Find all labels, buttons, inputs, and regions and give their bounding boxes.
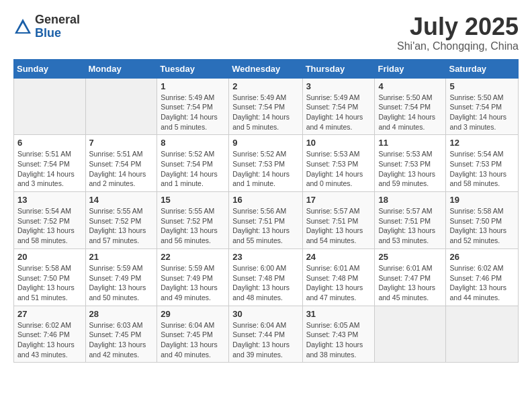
calendar-cell: 17Sunrise: 5:57 AM Sunset: 7:51 PM Dayli… — [302, 192, 375, 249]
calendar-cell: 18Sunrise: 5:57 AM Sunset: 7:51 PM Dayli… — [375, 192, 446, 249]
calendar-week-row: 20Sunrise: 5:58 AM Sunset: 7:50 PM Dayli… — [14, 248, 519, 306]
day-number: 18 — [378, 195, 442, 205]
day-info: Sunrise: 5:53 AM Sunset: 7:53 PM Dayligh… — [378, 149, 442, 189]
calendar-week-row: 13Sunrise: 5:54 AM Sunset: 7:52 PM Dayli… — [14, 192, 519, 249]
day-info: Sunrise: 5:52 AM Sunset: 7:53 PM Dayligh… — [232, 149, 298, 189]
day-number: 26 — [449, 252, 515, 262]
day-info: Sunrise: 5:52 AM Sunset: 7:54 PM Dayligh… — [161, 149, 225, 189]
calendar-cell: 5Sunrise: 5:50 AM Sunset: 7:54 PM Daylig… — [446, 78, 519, 135]
calendar-cell: 9Sunrise: 5:52 AM Sunset: 7:53 PM Daylig… — [229, 135, 302, 192]
calendar-cell: 31Sunrise: 6:05 AM Sunset: 7:43 PM Dayli… — [302, 306, 375, 363]
day-number: 24 — [306, 252, 371, 262]
day-info: Sunrise: 5:54 AM Sunset: 7:52 PM Dayligh… — [17, 206, 82, 246]
day-info: Sunrise: 5:53 AM Sunset: 7:53 PM Dayligh… — [306, 149, 371, 189]
day-number: 16 — [232, 195, 298, 205]
day-number: 12 — [449, 138, 515, 148]
calendar-cell: 21Sunrise: 5:59 AM Sunset: 7:49 PM Dayli… — [85, 248, 157, 306]
day-number: 1 — [161, 81, 225, 91]
calendar-cell: 10Sunrise: 5:53 AM Sunset: 7:53 PM Dayli… — [302, 135, 375, 192]
day-info: Sunrise: 5:56 AM Sunset: 7:51 PM Dayligh… — [232, 206, 298, 246]
month-year-title: July 2025 — [397, 13, 519, 40]
calendar-cell: 4Sunrise: 5:50 AM Sunset: 7:54 PM Daylig… — [375, 78, 446, 135]
calendar-cell: 23Sunrise: 6:00 AM Sunset: 7:48 PM Dayli… — [229, 248, 302, 306]
location-subtitle: Shi'an, Chongqing, China — [397, 40, 519, 52]
calendar-cell: 13Sunrise: 5:54 AM Sunset: 7:52 PM Dayli… — [14, 192, 86, 249]
day-number: 21 — [89, 252, 154, 262]
day-number: 28 — [89, 309, 154, 319]
day-info: Sunrise: 5:49 AM Sunset: 7:54 PM Dayligh… — [232, 93, 298, 132]
calendar-day-header: Wednesday — [229, 59, 302, 78]
calendar-cell: 15Sunrise: 5:55 AM Sunset: 7:52 PM Dayli… — [157, 192, 229, 249]
calendar-day-header: Tuesday — [157, 59, 229, 78]
calendar-cell — [375, 306, 446, 363]
day-number: 10 — [306, 138, 371, 148]
calendar-day-header: Saturday — [446, 59, 519, 78]
day-number: 23 — [232, 252, 298, 262]
calendar-cell: 24Sunrise: 6:01 AM Sunset: 7:48 PM Dayli… — [302, 248, 375, 306]
calendar-day-header: Monday — [85, 59, 157, 78]
day-info: Sunrise: 6:00 AM Sunset: 7:48 PM Dayligh… — [232, 263, 298, 303]
day-info: Sunrise: 5:58 AM Sunset: 7:50 PM Dayligh… — [17, 263, 82, 303]
calendar-cell: 11Sunrise: 5:53 AM Sunset: 7:53 PM Dayli… — [375, 135, 446, 192]
logo-blue-text: Blue — [35, 27, 80, 40]
day-info: Sunrise: 6:02 AM Sunset: 7:46 PM Dayligh… — [17, 320, 82, 360]
day-info: Sunrise: 6:03 AM Sunset: 7:45 PM Dayligh… — [89, 320, 154, 360]
calendar-day-header: Thursday — [302, 59, 375, 78]
logo: General Blue — [13, 13, 80, 40]
calendar-cell: 27Sunrise: 6:02 AM Sunset: 7:46 PM Dayli… — [14, 306, 86, 363]
day-number: 2 — [232, 81, 298, 91]
calendar-cell: 20Sunrise: 5:58 AM Sunset: 7:50 PM Dayli… — [14, 248, 86, 306]
day-info: Sunrise: 6:04 AM Sunset: 7:44 PM Dayligh… — [232, 320, 298, 360]
day-info: Sunrise: 5:55 AM Sunset: 7:52 PM Dayligh… — [161, 206, 225, 246]
calendar-week-row: 6Sunrise: 5:51 AM Sunset: 7:54 PM Daylig… — [14, 135, 519, 192]
calendar-day-header: Sunday — [14, 59, 86, 78]
calendar-cell: 1Sunrise: 5:49 AM Sunset: 7:54 PM Daylig… — [157, 78, 229, 135]
day-info: Sunrise: 5:59 AM Sunset: 7:49 PM Dayligh… — [89, 263, 154, 303]
day-number: 29 — [161, 309, 225, 319]
calendar-cell: 28Sunrise: 6:03 AM Sunset: 7:45 PM Dayli… — [85, 306, 157, 363]
day-info: Sunrise: 5:54 AM Sunset: 7:53 PM Dayligh… — [449, 149, 515, 189]
calendar-cell — [14, 78, 86, 135]
day-info: Sunrise: 5:55 AM Sunset: 7:52 PM Dayligh… — [89, 206, 154, 246]
calendar-cell: 14Sunrise: 5:55 AM Sunset: 7:52 PM Dayli… — [85, 192, 157, 249]
calendar-cell: 16Sunrise: 5:56 AM Sunset: 7:51 PM Dayli… — [229, 192, 302, 249]
day-number: 6 — [17, 138, 82, 148]
calendar-cell: 7Sunrise: 5:51 AM Sunset: 7:54 PM Daylig… — [85, 135, 157, 192]
day-info: Sunrise: 6:04 AM Sunset: 7:45 PM Dayligh… — [161, 320, 225, 360]
calendar-cell — [446, 306, 519, 363]
day-number: 13 — [17, 195, 82, 205]
day-number: 9 — [232, 138, 298, 148]
day-number: 31 — [306, 309, 371, 319]
day-info: Sunrise: 5:50 AM Sunset: 7:54 PM Dayligh… — [378, 93, 442, 132]
day-number: 15 — [161, 195, 225, 205]
day-info: Sunrise: 5:50 AM Sunset: 7:54 PM Dayligh… — [449, 93, 515, 132]
logo-general-text: General — [35, 13, 80, 27]
calendar-cell: 22Sunrise: 5:59 AM Sunset: 7:49 PM Dayli… — [157, 248, 229, 306]
day-number: 3 — [306, 81, 371, 91]
day-info: Sunrise: 5:49 AM Sunset: 7:54 PM Dayligh… — [306, 93, 371, 132]
day-info: Sunrise: 6:05 AM Sunset: 7:43 PM Dayligh… — [306, 320, 371, 360]
day-info: Sunrise: 5:57 AM Sunset: 7:51 PM Dayligh… — [378, 206, 442, 246]
day-number: 27 — [17, 309, 82, 319]
day-number: 30 — [232, 309, 298, 319]
calendar-cell: 30Sunrise: 6:04 AM Sunset: 7:44 PM Dayli… — [229, 306, 302, 363]
day-number: 25 — [378, 252, 442, 262]
calendar-cell — [85, 78, 157, 135]
day-info: Sunrise: 5:59 AM Sunset: 7:49 PM Dayligh… — [161, 263, 225, 303]
calendar-cell: 6Sunrise: 5:51 AM Sunset: 7:54 PM Daylig… — [14, 135, 86, 192]
day-number: 22 — [161, 252, 225, 262]
day-number: 4 — [378, 81, 442, 91]
day-number: 19 — [449, 195, 515, 205]
calendar-cell: 12Sunrise: 5:54 AM Sunset: 7:53 PM Dayli… — [446, 135, 519, 192]
day-number: 20 — [17, 252, 82, 262]
day-number: 5 — [449, 81, 515, 91]
day-info: Sunrise: 6:01 AM Sunset: 7:48 PM Dayligh… — [306, 263, 371, 303]
calendar-cell: 3Sunrise: 5:49 AM Sunset: 7:54 PM Daylig… — [302, 78, 375, 135]
calendar-header-row: SundayMondayTuesdayWednesdayThursdayFrid… — [14, 59, 519, 78]
day-number: 17 — [306, 195, 371, 205]
day-number: 14 — [89, 195, 154, 205]
day-number: 7 — [89, 138, 154, 148]
calendar-cell: 2Sunrise: 5:49 AM Sunset: 7:54 PM Daylig… — [229, 78, 302, 135]
logo-icon — [13, 17, 32, 36]
calendar-week-row: 27Sunrise: 6:02 AM Sunset: 7:46 PM Dayli… — [14, 306, 519, 363]
